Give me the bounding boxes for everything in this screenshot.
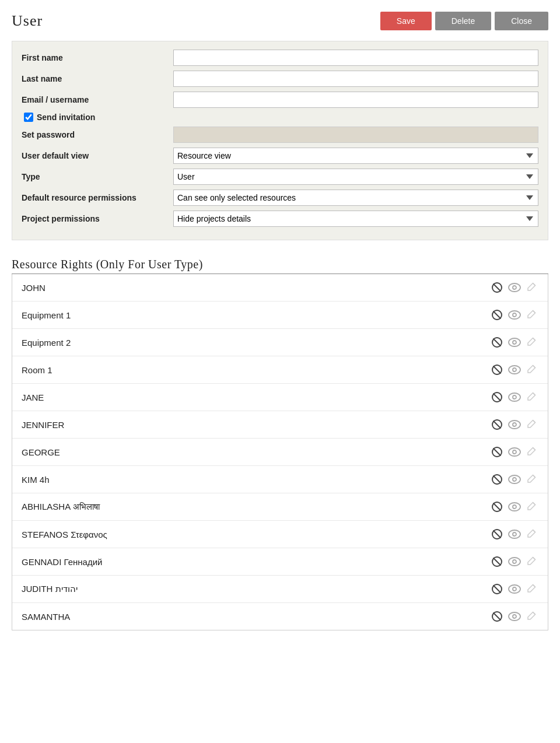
page-title: User [12,12,380,30]
svg-line-49 [494,613,501,621]
edit-icon[interactable] [524,609,540,624]
resource-name: JANE [22,392,489,402]
last-name-row: Last name [22,71,538,87]
last-name-input[interactable] [173,71,538,87]
edit-icon[interactable] [524,499,540,514]
eye-icon[interactable] [507,362,522,377]
edit-icon[interactable] [524,335,540,350]
block-icon[interactable] [489,280,505,295]
svg-line-9 [494,339,501,346]
eye-icon[interactable] [507,472,522,487]
save-button[interactable]: Save [380,12,432,30]
eye-icon[interactable] [507,554,522,569]
svg-line-29 [494,476,501,483]
resource-name: SAMANTHA [22,612,489,622]
eye-icon[interactable] [507,609,522,624]
list-item: JANE [12,384,548,411]
edit-icon[interactable] [524,527,540,542]
block-icon[interactable] [489,499,505,514]
edit-icon[interactable] [524,581,540,597]
svg-point-15 [513,368,516,372]
default-resource-permissions-label: Default resource permissions [22,193,173,202]
svg-point-23 [513,423,516,426]
page-header: User Save Delete Close [12,12,548,30]
svg-point-43 [513,560,516,563]
list-item: JOHN [12,274,548,302]
svg-point-35 [513,505,516,509]
eye-icon[interactable] [507,280,522,295]
resource-name: Equipment 2 [22,338,489,348]
eye-icon[interactable] [507,581,522,597]
svg-point-51 [513,615,516,618]
resource-actions [489,581,540,597]
send-invitation-row: Send invitation [22,113,538,122]
project-permissions-row: Project permissions Hide projects detail… [22,211,538,227]
svg-point-22 [509,420,520,429]
type-select[interactable]: User Administrator Manager [173,169,538,185]
resource-name: JOHN [22,283,489,293]
svg-point-30 [509,475,520,483]
resource-actions [489,280,540,295]
eye-icon[interactable] [507,307,522,323]
resource-name: KIM 4h [22,475,489,485]
eye-icon[interactable] [507,417,522,432]
block-icon[interactable] [489,444,505,460]
list-item: Room 1 [12,356,548,384]
default-resource-permissions-row: Default resource permissions Can see onl… [22,190,538,206]
first-name-input[interactable] [173,50,538,66]
edit-icon[interactable] [524,554,540,569]
delete-button[interactable]: Delete [435,12,491,30]
block-icon[interactable] [489,335,505,350]
resource-name: GEORGE [22,447,489,457]
user-form: First name Last name Email / username Se… [12,41,548,240]
user-default-view-select[interactable]: Resource view Calendar view List view [173,148,538,164]
eye-icon[interactable] [507,444,522,460]
project-permissions-select[interactable]: Hide projects details Show projects deta… [173,211,538,227]
email-input[interactable] [173,92,538,108]
block-icon[interactable] [489,390,505,405]
edit-icon[interactable] [524,417,540,432]
eye-icon[interactable] [507,390,522,405]
resource-actions [489,444,540,460]
edit-icon[interactable] [524,444,540,460]
block-icon[interactable] [489,527,505,542]
svg-point-38 [509,530,520,538]
block-icon[interactable] [489,609,505,624]
type-label: Type [22,172,173,181]
close-button[interactable]: Close [495,12,548,30]
list-item: JENNIFER [12,411,548,439]
project-permissions-label: Project permissions [22,214,173,223]
eye-icon[interactable] [507,499,522,514]
list-item: Equipment 2 [12,329,548,356]
default-resource-permissions-select[interactable]: Can see only selected resources Can see … [173,190,538,206]
eye-icon[interactable] [507,335,522,350]
svg-point-10 [509,338,520,346]
svg-line-25 [494,448,501,456]
edit-icon[interactable] [524,280,540,295]
block-icon[interactable] [489,581,505,597]
resource-actions [489,362,540,377]
svg-line-45 [494,586,501,593]
set-password-label: Set password [22,130,173,139]
edit-icon[interactable] [524,390,540,405]
svg-point-31 [513,478,516,481]
resource-list-container: JOHN Equipment 1 Equipment 2 Roo [12,274,548,630]
last-name-label: Last name [22,74,173,83]
block-icon[interactable] [489,472,505,487]
edit-icon[interactable] [524,472,540,487]
block-icon[interactable] [489,417,505,432]
resource-name: GENNADI Геннадий [22,557,489,567]
first-name-label: First name [22,53,173,62]
resource-actions [489,472,540,487]
svg-line-17 [494,394,501,401]
eye-icon[interactable] [507,527,522,542]
block-icon[interactable] [489,362,505,377]
edit-icon[interactable] [524,307,540,323]
svg-point-47 [513,587,516,591]
resource-name: Equipment 1 [22,310,489,320]
send-invitation-checkbox[interactable] [24,113,33,122]
send-invitation-label[interactable]: Send invitation [24,113,95,122]
edit-icon[interactable] [524,362,540,377]
block-icon[interactable] [489,307,505,323]
block-icon[interactable] [489,554,505,569]
